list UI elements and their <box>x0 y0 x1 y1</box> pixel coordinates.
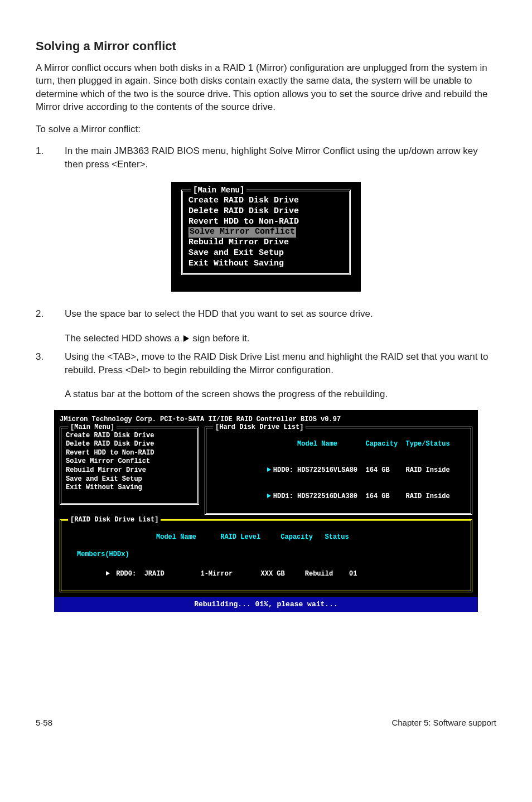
bios-header: JMicron Technology Corp. PCI-to-SATA II/… <box>60 416 472 423</box>
hdd-list-frame: [Hard Disk Drive List] HDD0: Model Name … <box>205 427 472 515</box>
menu-item-highlighted: Solve Mirror Conflict <box>188 227 344 238</box>
section-heading: Solving a Mirror conflict <box>36 39 496 54</box>
bios-large-screenshot: JMicron Technology Corp. PCI-to-SATA II/… <box>36 410 496 612</box>
hdd-headers: HDD0: Model Name Capacity Type/Status <box>211 432 466 458</box>
menu-item: Save and Exit Setup <box>188 248 344 259</box>
solve-lead: To solve a Mirror conflict: <box>36 123 496 136</box>
step-2: 2. Use the space bar to select the HDD t… <box>36 307 496 320</box>
bios-small-screenshot: [Main Menu] Create RAID Disk Drive Delet… <box>36 182 496 292</box>
menu-item: Rebuild Mirror Drive <box>188 238 344 248</box>
step-3-after: A status bar at the bottom of the screen… <box>65 388 496 400</box>
hdd-row: HDD1: HDS722516DLA380 164 GB RAID Inside <box>211 484 466 510</box>
large-main-menu-title: [Main Menu] <box>68 423 117 431</box>
step-1: 1. In the main JMB363 RAID BIOS menu, hi… <box>36 144 496 171</box>
raid-row: RDD0: JRAID 1-Mirror XXX GB Rebuild 01 <box>66 561 466 587</box>
menu-item: Revert HDD to Non-RAID <box>188 217 344 228</box>
footer-right: Chapter 5: Software support <box>391 718 496 727</box>
raid-list-title: [RAID Disk Drive List] <box>68 516 161 524</box>
step-2-after: The selected HDD shows a sign before it. <box>65 332 496 345</box>
triangle-icon <box>267 467 271 472</box>
triangle-icon <box>267 494 271 498</box>
page-footer: 5-58 Chapter 5: Software support <box>0 718 532 741</box>
menu-item: Exit Without Saving <box>188 259 344 269</box>
menu-item: Rebuild Mirror Drive <box>66 466 193 475</box>
step-2-text: Use the space bar to select the HDD that… <box>65 307 496 320</box>
menu-item: Solve Mirror Conflict <box>66 457 193 466</box>
menu-item: Create RAID Disk Drive <box>66 432 193 441</box>
menu-item: Exit Without Saving <box>66 484 193 492</box>
raid-headers: Model Name RAID Level Capacity Status <box>66 524 466 550</box>
step-2-number: 2. <box>36 307 49 320</box>
status-bar: Rebuilding... 01%, please wait... <box>54 597 478 612</box>
step-3-number: 3. <box>36 350 49 376</box>
raid-list-frame: [RAID Disk Drive List] Model Name RAID L… <box>60 519 472 592</box>
menu-item: Delete RAID Disk Drive <box>66 440 193 449</box>
step-3: 3. Using the <TAB>, move to the RAID Dis… <box>36 350 496 376</box>
hdd-row: HDD0: HDS722516VLSA80 164 GB RAID Inside <box>211 457 466 484</box>
footer-left: 5-58 <box>36 718 52 727</box>
main-menu-title: [Main Menu] <box>191 186 246 195</box>
menu-item: Save and Exit Setup <box>66 475 193 484</box>
step-1-text: In the main JMB363 RAID BIOS menu, highl… <box>65 144 496 171</box>
step-3-text: Using the <TAB>, move to the RAID Disk D… <box>65 350 496 376</box>
main-menu-frame: [Main Menu] Create RAID Disk Drive Delet… <box>181 190 351 275</box>
menu-item: Revert HDD to Non-RAID <box>66 449 193 458</box>
large-main-menu-frame: [Main Menu] Create RAID Disk Drive Delet… <box>60 427 199 505</box>
step-1-number: 1. <box>36 144 49 171</box>
hdd-list-title: [Hard Disk Drive List] <box>213 423 306 431</box>
raid-members-label: Members(HDDx) <box>66 550 466 559</box>
menu-item: Create RAID Disk Drive <box>188 196 344 206</box>
intro-paragraph: A Mirror conflict occurs when both disks… <box>36 61 496 114</box>
menu-item: Delete RAID Disk Drive <box>188 206 344 217</box>
triangle-icon <box>106 571 110 576</box>
triangle-icon <box>183 335 189 342</box>
